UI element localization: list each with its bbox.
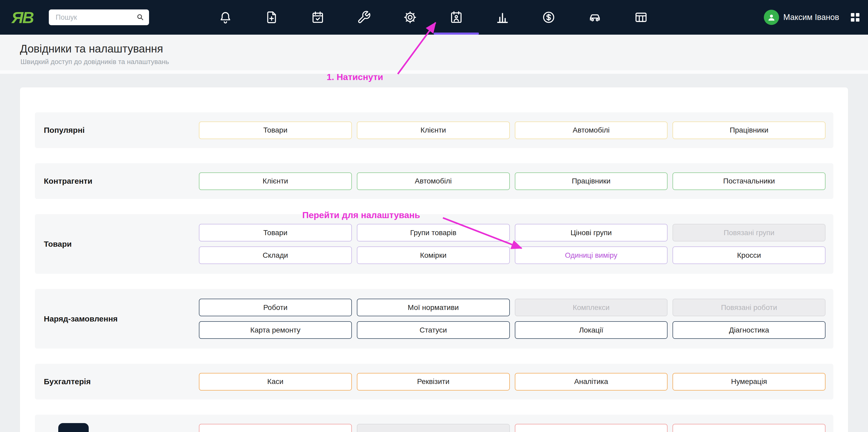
catalog-button[interactable]: Діагностика bbox=[673, 321, 826, 339]
catalog-button[interactable]: Статуси bbox=[357, 321, 510, 339]
catalog-button[interactable]: Повязані групи bbox=[673, 224, 826, 242]
search-input[interactable] bbox=[49, 9, 127, 25]
nav-notifications[interactable] bbox=[202, 0, 248, 35]
section-panel-4: Наряд-замовленняРоботиМої нормативиКомпл… bbox=[35, 289, 833, 348]
table-icon bbox=[634, 10, 648, 24]
catalog-button[interactable]: Локації bbox=[515, 321, 668, 339]
catalog-button[interactable] bbox=[357, 424, 510, 432]
page-title: Довідники та налаштування bbox=[20, 42, 163, 55]
catalog-button[interactable]: Каси bbox=[199, 373, 352, 391]
catalog-button[interactable] bbox=[515, 424, 668, 432]
section-buttons: ТовариКлієнтиАвтомобіліПрацівники bbox=[199, 122, 833, 139]
section-panel-6 bbox=[35, 415, 833, 432]
catalog-button[interactable]: Клієнти bbox=[357, 122, 510, 139]
chat-launcher[interactable] bbox=[58, 423, 89, 432]
catalog-button[interactable]: Комірки bbox=[357, 246, 510, 264]
section-buttons: КлієнтиАвтомобіліПрацівникиПостачальники bbox=[199, 173, 833, 190]
nav-tools[interactable] bbox=[341, 0, 387, 35]
user-box: Максим Іванов bbox=[764, 0, 861, 35]
catalog-button[interactable]: Реквізити bbox=[357, 373, 510, 391]
wrench-icon bbox=[357, 10, 371, 24]
document-add-icon bbox=[265, 10, 279, 24]
top-bar: ЯВ bbox=[0, 0, 868, 35]
section-label: Популярні bbox=[35, 126, 199, 135]
annotation-step2: Перейти для налаштувань bbox=[302, 210, 420, 220]
section-buttons: КасиРеквізитиАналітикаНумерація bbox=[199, 373, 833, 391]
dollar-icon bbox=[541, 10, 556, 24]
catalog-button[interactable]: Автомобілі bbox=[357, 173, 510, 190]
catalog-button[interactable]: Цінові групи bbox=[515, 224, 668, 242]
catalog-button[interactable]: Комплекси bbox=[515, 299, 668, 316]
car-icon bbox=[588, 10, 602, 24]
main-nav bbox=[202, 0, 664, 35]
section-label: Товари bbox=[35, 240, 199, 249]
catalog-button[interactable]: Працівники bbox=[673, 122, 826, 139]
catalog-button[interactable]: Групи товарів bbox=[357, 224, 510, 242]
apps-grid-icon[interactable] bbox=[849, 11, 861, 23]
staff-calendar-icon bbox=[449, 10, 463, 24]
search-icon[interactable] bbox=[136, 13, 145, 22]
catalog-button[interactable]: Постачальники bbox=[673, 173, 826, 190]
catalog-button[interactable]: Товари bbox=[199, 224, 352, 242]
section-panel-2: КонтрагентиКлієнтиАвтомобіліПрацівникиПо… bbox=[35, 163, 833, 199]
user-name[interactable]: Максим Іванов bbox=[783, 12, 839, 22]
section-panel-3: ТовариТовариГрупи товарівЦінові групиПов… bbox=[35, 214, 833, 274]
nav-new-document[interactable] bbox=[248, 0, 295, 35]
catalog-button[interactable]: Аналітика bbox=[515, 373, 668, 391]
nav-staff-calendar[interactable] bbox=[433, 0, 479, 35]
section-buttons bbox=[199, 424, 833, 432]
sections: ПопулярніТовариКлієнтиАвтомобіліПрацівни… bbox=[35, 87, 833, 432]
section-buttons: РоботиМої нормативиКомплексиПовязані роб… bbox=[199, 299, 833, 339]
search-box bbox=[49, 9, 149, 25]
divider bbox=[0, 70, 868, 74]
catalog-button[interactable]: Склади bbox=[199, 246, 352, 264]
content-card: ПопулярніТовариКлієнтиАвтомобіліПрацівни… bbox=[20, 87, 848, 432]
section-label: Бухгалтерія bbox=[35, 377, 199, 386]
section-buttons: ТовариГрупи товарівЦінові групиПовязані … bbox=[199, 224, 833, 264]
section-label: Наряд-замовлення bbox=[35, 314, 199, 323]
catalog-button[interactable]: Нумерація bbox=[673, 373, 826, 391]
catalog-button[interactable]: Кросси bbox=[673, 246, 826, 264]
nav-reports[interactable] bbox=[479, 0, 526, 35]
section-label: Контрагенти bbox=[35, 177, 199, 186]
bar-chart-icon bbox=[495, 10, 509, 24]
app-logo[interactable]: ЯВ bbox=[11, 8, 33, 27]
calendar-check-icon bbox=[311, 10, 325, 24]
nav-finance[interactable] bbox=[526, 0, 572, 35]
catalog-button[interactable]: Одиниці виміру bbox=[515, 246, 668, 264]
gear-icon bbox=[403, 10, 417, 24]
catalog-button[interactable]: Повязані роботи bbox=[673, 299, 826, 316]
section-panel-1: ПопулярніТовариКлієнтиАвтомобіліПрацівни… bbox=[35, 112, 833, 148]
section-panel-5: БухгалтеріяКасиРеквізитиАналітикаНумерац… bbox=[35, 364, 833, 399]
catalog-button[interactable] bbox=[199, 424, 352, 432]
nav-schedule[interactable] bbox=[295, 0, 341, 35]
page-subtitle: Швидкий доступ до довідників та налаштув… bbox=[21, 58, 169, 66]
annotation-step1: 1. Натиснути bbox=[327, 72, 383, 82]
nav-vehicles[interactable] bbox=[572, 0, 618, 35]
catalog-button[interactable]: Мої нормативи bbox=[357, 299, 510, 316]
bell-icon bbox=[218, 10, 232, 24]
nav-settings[interactable] bbox=[387, 0, 433, 35]
catalog-button[interactable]: Карта ремонту bbox=[199, 321, 352, 339]
catalog-button[interactable]: Роботи bbox=[199, 299, 352, 316]
catalog-button[interactable]: Клієнти bbox=[199, 173, 352, 190]
catalog-button[interactable]: Працівники bbox=[515, 173, 668, 190]
catalog-button[interactable] bbox=[673, 424, 826, 432]
nav-tables[interactable] bbox=[618, 0, 664, 35]
catalog-button[interactable]: Товари bbox=[199, 122, 352, 139]
catalog-button[interactable]: Автомобілі bbox=[515, 122, 668, 139]
user-avatar[interactable] bbox=[764, 10, 779, 25]
